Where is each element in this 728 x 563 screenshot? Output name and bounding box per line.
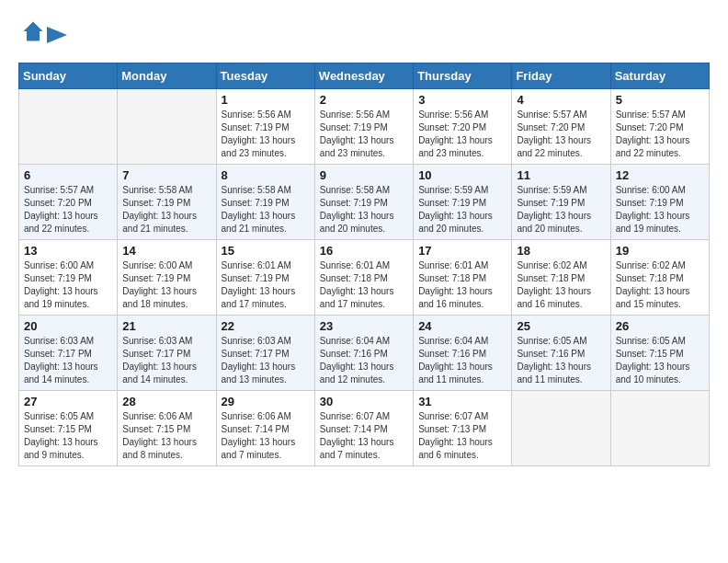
cell-content: Sunrise: 5:57 AM Sunset: 7:20 PM Dayligh… <box>616 109 704 160</box>
cell-content: Sunrise: 6:00 AM Sunset: 7:19 PM Dayligh… <box>24 259 112 311</box>
calendar-header-saturday: Saturday <box>610 63 709 89</box>
cell-content: Sunrise: 5:59 AM Sunset: 7:19 PM Dayligh… <box>418 184 506 236</box>
calendar-cell: 14Sunrise: 6:00 AM Sunset: 7:19 PM Dayli… <box>118 240 216 316</box>
cell-content: Sunrise: 6:05 AM Sunset: 7:15 PM Dayligh… <box>616 335 704 386</box>
day-number: 25 <box>517 319 605 333</box>
calendar-cell: 5Sunrise: 5:57 AM Sunset: 7:20 PM Daylig… <box>610 89 709 165</box>
cell-content: Sunrise: 5:57 AM Sunset: 7:20 PM Dayligh… <box>517 109 605 160</box>
calendar-cell: 28Sunrise: 6:06 AM Sunset: 7:15 PM Dayli… <box>118 391 216 466</box>
day-number: 24 <box>418 319 506 333</box>
cell-content: Sunrise: 6:04 AM Sunset: 7:16 PM Dayligh… <box>320 335 408 386</box>
cell-content: Sunrise: 5:58 AM Sunset: 7:19 PM Dayligh… <box>222 184 310 236</box>
day-number: 10 <box>418 168 506 182</box>
calendar-cell: 13Sunrise: 6:00 AM Sunset: 7:19 PM Dayli… <box>19 240 118 316</box>
day-number: 5 <box>616 93 704 107</box>
calendar-cell: 16Sunrise: 6:01 AM Sunset: 7:18 PM Dayli… <box>314 240 413 316</box>
cell-content: Sunrise: 5:58 AM Sunset: 7:19 PM Dayligh… <box>320 184 408 236</box>
day-number: 16 <box>320 244 408 258</box>
cell-content: Sunrise: 6:01 AM Sunset: 7:18 PM Dayligh… <box>418 259 506 311</box>
day-number: 6 <box>24 168 112 182</box>
day-number: 11 <box>517 168 605 182</box>
day-number: 22 <box>222 319 310 333</box>
cell-content: Sunrise: 5:56 AM Sunset: 7:19 PM Dayligh… <box>222 109 310 160</box>
day-number: 2 <box>320 93 408 107</box>
cell-content: Sunrise: 6:03 AM Sunset: 7:17 PM Dayligh… <box>222 335 310 386</box>
cell-content: Sunrise: 5:56 AM Sunset: 7:20 PM Dayligh… <box>418 109 506 160</box>
day-number: 3 <box>418 93 506 107</box>
calendar-week-row: 20Sunrise: 6:03 AM Sunset: 7:17 PM Dayli… <box>19 316 710 391</box>
calendar-week-row: 1Sunrise: 5:56 AM Sunset: 7:19 PM Daylig… <box>19 89 710 165</box>
calendar-cell: 18Sunrise: 6:02 AM Sunset: 7:18 PM Dayli… <box>512 240 610 316</box>
calendar-week-row: 27Sunrise: 6:05 AM Sunset: 7:15 PM Dayli… <box>19 391 710 466</box>
calendar-cell: 25Sunrise: 6:05 AM Sunset: 7:16 PM Dayli… <box>512 316 610 391</box>
svg-marker-0 <box>24 22 43 41</box>
cell-content: Sunrise: 5:58 AM Sunset: 7:19 PM Dayligh… <box>122 184 210 236</box>
calendar-cell: 23Sunrise: 6:04 AM Sunset: 7:16 PM Dayli… <box>314 316 413 391</box>
day-number: 23 <box>320 319 408 333</box>
calendar-cell <box>610 391 709 466</box>
calendar-cell: 24Sunrise: 6:04 AM Sunset: 7:16 PM Dayli… <box>414 316 512 391</box>
calendar-cell: 26Sunrise: 6:05 AM Sunset: 7:15 PM Dayli… <box>610 316 709 391</box>
cell-content: Sunrise: 5:59 AM Sunset: 7:19 PM Dayligh… <box>517 184 605 236</box>
cell-content: Sunrise: 6:01 AM Sunset: 7:19 PM Dayligh… <box>222 259 310 311</box>
cell-content: Sunrise: 6:05 AM Sunset: 7:16 PM Dayligh… <box>517 335 605 386</box>
calendar-cell: 11Sunrise: 5:59 AM Sunset: 7:19 PM Dayli… <box>512 165 610 240</box>
cell-content: Sunrise: 6:03 AM Sunset: 7:17 PM Dayligh… <box>24 335 112 386</box>
svg-marker-2 <box>47 27 67 43</box>
day-number: 20 <box>24 319 112 333</box>
day-number: 9 <box>320 168 408 182</box>
calendar-week-row: 6Sunrise: 5:57 AM Sunset: 7:20 PM Daylig… <box>19 165 710 240</box>
calendar-cell: 15Sunrise: 6:01 AM Sunset: 7:19 PM Dayli… <box>216 240 314 316</box>
day-number: 1 <box>222 93 310 107</box>
calendar-cell <box>118 89 216 165</box>
calendar-cell: 1Sunrise: 5:56 AM Sunset: 7:19 PM Daylig… <box>216 89 314 165</box>
cell-content: Sunrise: 6:00 AM Sunset: 7:19 PM Dayligh… <box>122 259 210 311</box>
calendar-cell: 10Sunrise: 5:59 AM Sunset: 7:19 PM Dayli… <box>414 165 512 240</box>
day-number: 26 <box>616 319 704 333</box>
calendar-header-tuesday: Tuesday <box>216 63 314 89</box>
day-number: 29 <box>222 395 310 408</box>
day-number: 7 <box>122 168 210 182</box>
cell-content: Sunrise: 6:01 AM Sunset: 7:18 PM Dayligh… <box>320 259 408 311</box>
calendar-cell: 20Sunrise: 6:03 AM Sunset: 7:17 PM Dayli… <box>19 316 118 391</box>
day-number: 15 <box>222 244 310 258</box>
calendar-cell: 9Sunrise: 5:58 AM Sunset: 7:19 PM Daylig… <box>314 165 413 240</box>
calendar-cell: 19Sunrise: 6:02 AM Sunset: 7:18 PM Dayli… <box>610 240 709 316</box>
calendar-header-sunday: Sunday <box>19 63 118 89</box>
calendar-cell: 29Sunrise: 6:06 AM Sunset: 7:14 PM Dayli… <box>216 391 314 466</box>
cell-content: Sunrise: 5:56 AM Sunset: 7:19 PM Dayligh… <box>320 109 408 160</box>
logo-icon <box>20 18 46 44</box>
day-number: 17 <box>418 244 506 258</box>
calendar-cell <box>512 391 610 466</box>
logo-flag-icon <box>47 27 67 43</box>
calendar-cell: 17Sunrise: 6:01 AM Sunset: 7:18 PM Dayli… <box>414 240 512 316</box>
cell-content: Sunrise: 6:04 AM Sunset: 7:16 PM Dayligh… <box>418 335 506 386</box>
cell-content: Sunrise: 6:05 AM Sunset: 7:15 PM Dayligh… <box>24 410 112 462</box>
day-number: 13 <box>24 244 112 258</box>
day-number: 31 <box>418 395 506 408</box>
calendar-cell: 3Sunrise: 5:56 AM Sunset: 7:20 PM Daylig… <box>414 89 512 165</box>
calendar-header-thursday: Thursday <box>414 63 512 89</box>
calendar-header-wednesday: Wednesday <box>314 63 413 89</box>
page-header <box>18 18 710 48</box>
logo <box>18 18 67 48</box>
calendar-cell: 7Sunrise: 5:58 AM Sunset: 7:19 PM Daylig… <box>118 165 216 240</box>
calendar-cell: 27Sunrise: 6:05 AM Sunset: 7:15 PM Dayli… <box>19 391 118 466</box>
day-number: 4 <box>517 93 605 107</box>
calendar-cell: 12Sunrise: 6:00 AM Sunset: 7:19 PM Dayli… <box>610 165 709 240</box>
day-number: 30 <box>320 395 408 408</box>
cell-content: Sunrise: 6:06 AM Sunset: 7:15 PM Dayligh… <box>122 410 210 462</box>
cell-content: Sunrise: 6:02 AM Sunset: 7:18 PM Dayligh… <box>616 259 704 311</box>
day-number: 28 <box>122 395 210 408</box>
calendar-header-friday: Friday <box>512 63 610 89</box>
day-number: 12 <box>616 168 704 182</box>
calendar-cell: 31Sunrise: 6:07 AM Sunset: 7:13 PM Dayli… <box>414 391 512 466</box>
cell-content: Sunrise: 6:06 AM Sunset: 7:14 PM Dayligh… <box>222 410 310 462</box>
calendar-cell <box>19 89 118 165</box>
day-number: 18 <box>517 244 605 258</box>
calendar-cell: 6Sunrise: 5:57 AM Sunset: 7:20 PM Daylig… <box>19 165 118 240</box>
cell-content: Sunrise: 6:07 AM Sunset: 7:14 PM Dayligh… <box>320 410 408 462</box>
cell-content: Sunrise: 5:57 AM Sunset: 7:20 PM Dayligh… <box>24 184 112 236</box>
calendar-cell: 4Sunrise: 5:57 AM Sunset: 7:20 PM Daylig… <box>512 89 610 165</box>
day-number: 27 <box>24 395 112 408</box>
